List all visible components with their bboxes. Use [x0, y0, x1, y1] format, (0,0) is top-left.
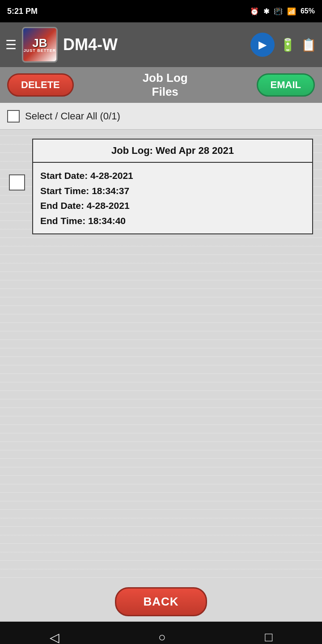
nav-home-button[interactable]: ○ [149, 627, 175, 644]
nav-back-button[interactable]: ◁ [41, 627, 68, 644]
alarm-icon: ⏰ [250, 7, 259, 16]
log-list-area: Job Log: Wed Apr 28 2021 Start Date: 4-2… [0, 130, 322, 586]
bluetooth-button[interactable]: ▶ [250, 33, 275, 57]
hamburger-menu-icon[interactable]: ☰ [5, 38, 17, 52]
status-bar: 5:21 PM ⏰ ✱ 📳 📶 65% [0, 0, 322, 22]
select-all-checkbox[interactable] [7, 110, 20, 123]
log-card-header: Job Log: Wed Apr 28 2021 [33, 140, 312, 163]
battery-icon: 🔋 [280, 38, 296, 52]
battery-display: 65% [301, 7, 315, 15]
logo-sub-text: JUST BETTER [24, 49, 56, 53]
delete-button[interactable]: DELETE [7, 73, 74, 97]
status-time: 5:21 PM [7, 7, 38, 16]
status-icons: ⏰ ✱ 📳 📶 65% [250, 7, 315, 16]
back-area: BACK [0, 586, 322, 622]
vibrate-icon: 📳 [274, 7, 283, 16]
log-end-time: End Time: 18:34:40 [40, 213, 305, 229]
logo-jb-text: JB [32, 37, 47, 49]
nav-recents-button[interactable]: □ [256, 627, 281, 644]
log-card-body: Start Date: 4-28-2021 Start Time: 18:34:… [33, 163, 312, 233]
app-logo: JB JUST BETTER [22, 27, 58, 63]
bluetooth-icon: ▶ [258, 38, 267, 51]
log-item: Job Log: Wed Apr 28 2021 Start Date: 4-2… [9, 139, 313, 234]
clipboard-icon: 📋 [301, 38, 317, 52]
log-card-title: Job Log: Wed Apr 28 2021 [111, 145, 234, 156]
log-start-time: Start Time: 18:34:37 [40, 183, 305, 199]
log-card: Job Log: Wed Apr 28 2021 Start Date: 4-2… [32, 139, 313, 234]
toolbar-title: Job Log Files [143, 71, 188, 99]
log-end-date: End Date: 4-28-2021 [40, 198, 305, 213]
wifi-icon: 📶 [287, 7, 296, 16]
log-start-date: Start Date: 4-28-2021 [40, 168, 305, 183]
nav-bar: ◁ ○ □ [0, 622, 322, 644]
select-all-label: Select / Clear All (0/1) [25, 110, 120, 122]
bluetooth-status-icon: ✱ [263, 7, 269, 16]
app-header: ☰ JB JUST BETTER DM4-W ▶ 🔋 📋 [0, 22, 322, 67]
toolbar: DELETE Job Log Files EMAIL [0, 67, 322, 103]
main-content: DELETE Job Log Files EMAIL Select / Clea… [0, 67, 322, 622]
time-display: 5:21 PM [7, 7, 38, 16]
log-item-checkbox[interactable] [9, 174, 25, 191]
app-title: DM4-W [63, 35, 245, 54]
email-button[interactable]: EMAIL [257, 73, 315, 97]
select-all-row: Select / Clear All (0/1) [0, 103, 322, 130]
back-button[interactable]: BACK [115, 587, 207, 616]
